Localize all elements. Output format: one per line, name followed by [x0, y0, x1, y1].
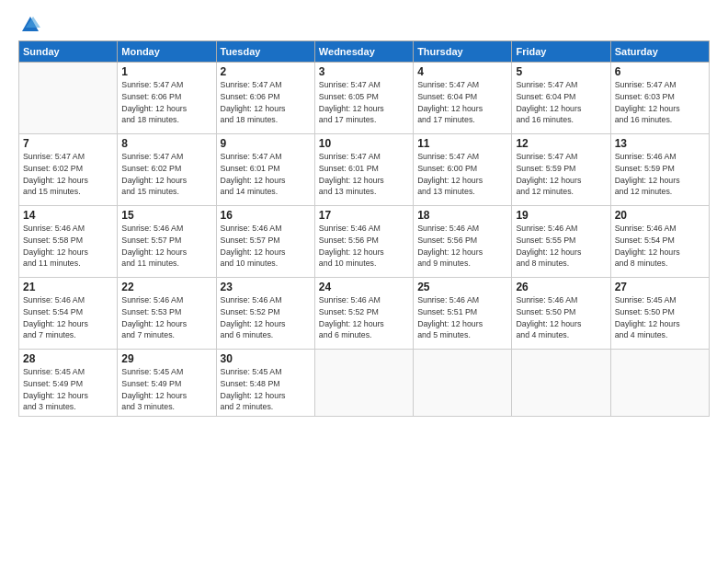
calendar-header-thursday: Thursday — [414, 41, 512, 63]
table-row: 15Sunrise: 5:46 AM Sunset: 5:57 PM Dayli… — [118, 206, 216, 278]
table-row — [610, 350, 709, 417]
table-row: 24Sunrise: 5:46 AM Sunset: 5:52 PM Dayli… — [314, 278, 413, 350]
day-info: Sunrise: 5:47 AM Sunset: 6:01 PM Dayligh… — [319, 151, 409, 198]
page: SundayMondayTuesdayWednesdayThursdayFrid… — [0, 0, 728, 563]
day-number: 12 — [516, 137, 606, 150]
calendar-week-1: 1Sunrise: 5:47 AM Sunset: 6:06 PM Daylig… — [19, 63, 710, 134]
day-info: Sunrise: 5:46 AM Sunset: 5:51 PM Dayligh… — [417, 294, 507, 341]
day-info: Sunrise: 5:47 AM Sunset: 6:06 PM Dayligh… — [121, 79, 211, 126]
table-row: 29Sunrise: 5:45 AM Sunset: 5:49 PM Dayli… — [118, 350, 216, 417]
calendar-header-friday: Friday — [512, 41, 610, 63]
day-info: Sunrise: 5:47 AM Sunset: 6:01 PM Dayligh… — [221, 151, 311, 198]
day-number: 28 — [23, 352, 113, 365]
table-row: 17Sunrise: 5:46 AM Sunset: 5:56 PM Dayli… — [314, 206, 413, 278]
day-number: 30 — [221, 352, 311, 365]
day-number: 18 — [417, 209, 507, 222]
table-row: 22Sunrise: 5:46 AM Sunset: 5:53 PM Dayli… — [118, 278, 216, 350]
day-number: 9 — [221, 137, 311, 150]
day-info: Sunrise: 5:45 AM Sunset: 5:49 PM Dayligh… — [121, 366, 211, 413]
table-row: 16Sunrise: 5:46 AM Sunset: 5:57 PM Dayli… — [216, 206, 314, 278]
day-info: Sunrise: 5:46 AM Sunset: 5:54 PM Dayligh… — [615, 223, 705, 270]
day-info: Sunrise: 5:47 AM Sunset: 5:59 PM Dayligh… — [516, 151, 606, 198]
day-number: 22 — [121, 281, 211, 293]
day-info: Sunrise: 5:46 AM Sunset: 5:55 PM Dayligh… — [516, 223, 606, 270]
calendar-header-tuesday: Tuesday — [216, 41, 314, 63]
table-row: 4Sunrise: 5:47 AM Sunset: 6:04 PM Daylig… — [414, 63, 512, 134]
calendar-week-5: 28Sunrise: 5:45 AM Sunset: 5:49 PM Dayli… — [19, 350, 710, 417]
table-row: 9Sunrise: 5:47 AM Sunset: 6:01 PM Daylig… — [216, 134, 314, 206]
calendar-header-monday: Monday — [118, 41, 216, 63]
day-info: Sunrise: 5:45 AM Sunset: 5:48 PM Dayligh… — [221, 366, 311, 413]
calendar-week-3: 14Sunrise: 5:46 AM Sunset: 5:58 PM Dayli… — [19, 206, 710, 278]
day-number: 3 — [319, 65, 409, 78]
table-row — [19, 63, 118, 134]
day-info: Sunrise: 5:46 AM Sunset: 5:53 PM Dayligh… — [121, 294, 211, 341]
day-number: 15 — [121, 209, 211, 222]
day-number: 10 — [319, 137, 409, 150]
table-row: 11Sunrise: 5:47 AM Sunset: 6:00 PM Dayli… — [414, 134, 512, 206]
table-row: 3Sunrise: 5:47 AM Sunset: 6:05 PM Daylig… — [314, 63, 413, 134]
day-number: 14 — [23, 209, 113, 222]
day-number: 25 — [417, 281, 507, 293]
table-row: 12Sunrise: 5:47 AM Sunset: 5:59 PM Dayli… — [512, 134, 610, 206]
table-row — [512, 350, 610, 417]
day-info: Sunrise: 5:46 AM Sunset: 5:59 PM Dayligh… — [615, 151, 705, 198]
day-info: Sunrise: 5:46 AM Sunset: 5:50 PM Dayligh… — [516, 294, 606, 341]
table-row — [414, 350, 512, 417]
day-info: Sunrise: 5:47 AM Sunset: 6:06 PM Dayligh… — [221, 79, 311, 126]
day-number: 6 — [615, 65, 705, 78]
day-number: 16 — [221, 209, 311, 222]
table-row: 13Sunrise: 5:46 AM Sunset: 5:59 PM Dayli… — [610, 134, 709, 206]
day-number: 4 — [417, 65, 507, 78]
day-info: Sunrise: 5:46 AM Sunset: 5:52 PM Dayligh… — [319, 294, 409, 341]
day-info: Sunrise: 5:47 AM Sunset: 6:03 PM Dayligh… — [615, 79, 705, 126]
day-number: 24 — [319, 281, 409, 293]
table-row: 30Sunrise: 5:45 AM Sunset: 5:48 PM Dayli… — [216, 350, 314, 417]
day-info: Sunrise: 5:46 AM Sunset: 5:58 PM Dayligh… — [23, 223, 113, 270]
logo-icon — [20, 15, 40, 35]
table-row: 23Sunrise: 5:46 AM Sunset: 5:52 PM Dayli… — [216, 278, 314, 350]
table-row: 25Sunrise: 5:46 AM Sunset: 5:51 PM Dayli… — [414, 278, 512, 350]
day-number: 20 — [615, 209, 705, 222]
day-info: Sunrise: 5:47 AM Sunset: 6:04 PM Dayligh… — [417, 79, 507, 126]
table-row: 7Sunrise: 5:47 AM Sunset: 6:02 PM Daylig… — [19, 134, 118, 206]
table-row: 21Sunrise: 5:46 AM Sunset: 5:54 PM Dayli… — [19, 278, 118, 350]
day-info: Sunrise: 5:46 AM Sunset: 5:52 PM Dayligh… — [221, 294, 311, 341]
day-info: Sunrise: 5:46 AM Sunset: 5:56 PM Dayligh… — [319, 223, 409, 270]
day-number: 21 — [23, 281, 113, 293]
table-row: 27Sunrise: 5:45 AM Sunset: 5:50 PM Dayli… — [610, 278, 709, 350]
table-row: 5Sunrise: 5:47 AM Sunset: 6:04 PM Daylig… — [512, 63, 610, 134]
calendar-header-sunday: Sunday — [19, 41, 118, 63]
table-row: 2Sunrise: 5:47 AM Sunset: 6:06 PM Daylig… — [216, 63, 314, 134]
day-number: 17 — [319, 209, 409, 222]
table-row: 1Sunrise: 5:47 AM Sunset: 6:06 PM Daylig… — [118, 63, 216, 134]
day-number: 1 — [121, 65, 211, 78]
day-info: Sunrise: 5:47 AM Sunset: 6:05 PM Dayligh… — [319, 79, 409, 126]
calendar-week-2: 7Sunrise: 5:47 AM Sunset: 6:02 PM Daylig… — [19, 134, 710, 206]
day-info: Sunrise: 5:47 AM Sunset: 6:00 PM Dayligh… — [417, 151, 507, 198]
table-row: 8Sunrise: 5:47 AM Sunset: 6:02 PM Daylig… — [118, 134, 216, 206]
table-row: 6Sunrise: 5:47 AM Sunset: 6:03 PM Daylig… — [610, 63, 709, 134]
table-row: 20Sunrise: 5:46 AM Sunset: 5:54 PM Dayli… — [610, 206, 709, 278]
day-number: 8 — [121, 137, 211, 150]
table-row: 19Sunrise: 5:46 AM Sunset: 5:55 PM Dayli… — [512, 206, 610, 278]
day-info: Sunrise: 5:45 AM Sunset: 5:50 PM Dayligh… — [615, 294, 705, 341]
day-number: 27 — [615, 281, 705, 293]
header — [18, 15, 710, 35]
table-row: 28Sunrise: 5:45 AM Sunset: 5:49 PM Dayli… — [19, 350, 118, 417]
day-info: Sunrise: 5:46 AM Sunset: 5:57 PM Dayligh… — [221, 223, 311, 270]
day-info: Sunrise: 5:45 AM Sunset: 5:49 PM Dayligh… — [23, 366, 113, 413]
day-number: 2 — [221, 65, 311, 78]
day-number: 29 — [121, 352, 211, 365]
logo — [18, 15, 40, 35]
day-info: Sunrise: 5:46 AM Sunset: 5:54 PM Dayligh… — [23, 294, 113, 341]
day-number: 19 — [516, 209, 606, 222]
day-number: 7 — [23, 137, 113, 150]
day-number: 11 — [417, 137, 507, 150]
day-number: 5 — [516, 65, 606, 78]
day-number: 23 — [221, 281, 311, 293]
table-row: 26Sunrise: 5:46 AM Sunset: 5:50 PM Dayli… — [512, 278, 610, 350]
calendar-table: SundayMondayTuesdayWednesdayThursdayFrid… — [18, 40, 710, 417]
day-info: Sunrise: 5:47 AM Sunset: 6:04 PM Dayligh… — [516, 79, 606, 126]
table-row: 14Sunrise: 5:46 AM Sunset: 5:58 PM Dayli… — [19, 206, 118, 278]
